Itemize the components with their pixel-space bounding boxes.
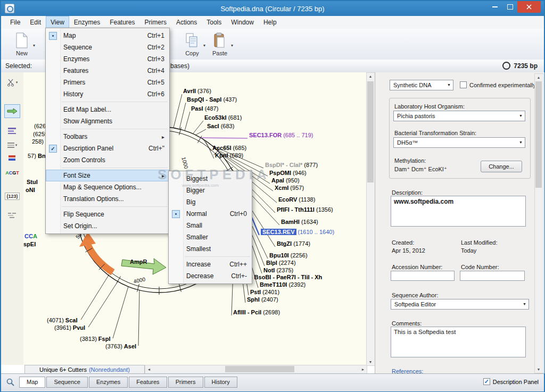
description-panel-checkbox[interactable]: ✓ Description Panel (483, 378, 539, 385)
view-menu-item-toolbars[interactable]: Toolbars▸ (46, 131, 169, 143)
primer-label[interactable]: SEC13.REV (1610 .. 1640) (261, 229, 334, 235)
enzyme-label[interactable]: AvrII (376) (183, 88, 211, 94)
search-icon[interactable] (6, 378, 15, 389)
strain-select[interactable]: DH5α™ ▼ (393, 137, 525, 148)
scroll-left-icon[interactable]: ◄ (145, 368, 153, 371)
font-size-item-increase[interactable]: IncreaseCtrl++ (169, 258, 252, 270)
view-menu-item-translation-options[interactable]: Translation Options... (46, 193, 169, 205)
row-display-tool-button[interactable]: ▾ (4, 138, 20, 152)
close-button[interactable] (517, 1, 541, 13)
enzyme-label[interactable]: CCA (24, 233, 37, 239)
view-menu-item-description-panel[interactable]: ✓Description PanelCtrl+" (46, 143, 169, 154)
cut-tool-button[interactable]: ▾ (4, 76, 20, 89)
view-menu-item-sequence[interactable]: SequenceCtrl+2 (46, 41, 169, 53)
menu-tools[interactable]: Tools (202, 16, 226, 29)
author-select[interactable]: Softpedia Editor ▼ (391, 299, 529, 310)
code-input[interactable] (460, 271, 525, 281)
view-menu-item-map[interactable]: •MapCtrl+1 (46, 30, 169, 41)
change-button[interactable]: Change... (481, 161, 522, 172)
enzyme-label[interactable]: oNI (26, 187, 35, 193)
font-size-item-biggest[interactable]: Biggest (169, 173, 252, 185)
view-menu-item-show-alignments[interactable]: Show Alignments (46, 115, 169, 127)
scroll-down-icon[interactable]: ▼ (367, 360, 374, 364)
enzyme-label[interactable]: spEI (23, 241, 36, 247)
menu-help[interactable]: Help (259, 16, 282, 29)
enzyme-label[interactable]: 57) Bn (28, 153, 46, 159)
enzyme-label[interactable]: PstI (2401) (250, 289, 279, 295)
enzyme-label[interactable]: (4071) ScaI (47, 317, 78, 323)
enzyme-label[interactable]: KpnI (689) (215, 152, 243, 159)
menu-enzymes[interactable]: Enzymes (69, 16, 105, 29)
dna-type-select[interactable]: Synthetic DNA ▼ (390, 80, 453, 90)
confirmed-checkbox[interactable]: Confirmed experimentally (460, 81, 536, 88)
enzyme-label[interactable]: BmeT110I (2392) (260, 281, 305, 288)
menu-actions[interactable]: Actions (171, 16, 202, 29)
font-size-item-small[interactable]: Small (169, 220, 252, 231)
font-size-item-big[interactable]: Big (169, 196, 252, 208)
scroll-up-icon[interactable]: ▲ (535, 76, 542, 79)
view-menu-item-primers[interactable]: PrimersCtrl+5 (46, 77, 169, 88)
tab-map[interactable]: Map (19, 377, 45, 388)
tab-features[interactable]: Features (129, 377, 167, 388)
view-menu-item-font-size[interactable]: Font Size▸ (46, 170, 169, 181)
font-size-item-bigger[interactable]: Bigger (169, 185, 252, 196)
primer-label[interactable]: SEC13.FOR (685 .. 719) (249, 132, 313, 138)
enzyme-label[interactable]: Bpu10I (2256) (269, 252, 308, 258)
panel-scroll-thumb[interactable] (535, 81, 542, 188)
font-size-item-smallest[interactable]: Smallest (169, 243, 252, 255)
font-size-item-normal[interactable]: •NormalCtrl+0 (169, 208, 252, 220)
enzyme-label[interactable]: BtgZI (1774) (277, 240, 310, 247)
view-menu-item-zoom-controls[interactable]: Zoom Controls (46, 154, 169, 166)
scroll-down-icon[interactable]: ▼ (535, 368, 542, 371)
enzyme-label[interactable]: (3813) FspI (80, 336, 110, 342)
accession-input[interactable] (391, 271, 455, 281)
description-textarea[interactable]: www.softpedia.com (391, 196, 526, 227)
primer-tool-button[interactable] (4, 104, 20, 118)
enzyme-label[interactable]: AflIII - PciI (2698) (233, 309, 280, 315)
enzyme-label[interactable]: EcoRV (1138) (278, 196, 315, 203)
pattern-tool-button[interactable] (4, 208, 20, 222)
enzyme-label[interactable]: BspQI - SapI (437) (187, 96, 237, 103)
maximize-button[interactable] (502, 1, 517, 13)
panel-scrollbar[interactable]: ▲ ▼ (534, 73, 544, 373)
feature-label-ampr[interactable]: AmpR (130, 258, 147, 265)
enzyme-label[interactable]: PflFI - Tth111I (1356) (277, 206, 333, 213)
scroll-right-icon[interactable]: ► (359, 368, 367, 371)
view-menu-item-history[interactable]: HistoryCtrl+6 (46, 88, 169, 100)
enzyme-label[interactable]: BlpI (2274) (266, 260, 296, 266)
view-menu-item-flip-sequence[interactable]: Flip Sequence (46, 208, 169, 220)
view-menu-item-features[interactable]: FeaturesCtrl+4 (46, 65, 169, 77)
view-menu-item-map-sequence-options[interactable]: Map & Sequence Options... (46, 181, 169, 193)
enzyme-label[interactable]: SacI (683) (207, 123, 234, 129)
font-size-item-decrease[interactable]: DecreaseCtrl+- (169, 270, 252, 282)
enzyme-label[interactable]: ApaI (950) (271, 177, 300, 184)
menu-view[interactable]: View (46, 16, 69, 29)
tab-history[interactable]: History (204, 377, 237, 388)
alignment-tool-button[interactable] (4, 123, 20, 137)
scroll-up-icon[interactable]: ▲ (367, 74, 374, 78)
menu-window[interactable]: Window (226, 16, 259, 29)
enzyme-label[interactable]: 258) (32, 138, 44, 145)
enzyme-label[interactable]: (3763) AseI (105, 343, 136, 349)
font-size-item-smaller[interactable]: Smaller (169, 231, 252, 243)
enzyme-label[interactable]: NotI (2375) (263, 267, 293, 273)
tab-enzymes[interactable]: Enzymes (89, 377, 128, 388)
enzyme-label[interactable]: StuI (27, 179, 38, 185)
enzyme-label[interactable]: XcmI (957) (275, 185, 304, 191)
enzyme-label[interactable]: PasI (487) (191, 105, 218, 112)
cutters-tab[interactable]: Unique 6+ Cutters (Nonredundant) (24, 365, 145, 374)
menu-file[interactable]: File (5, 16, 25, 29)
horizontal-scroll-thumb[interactable] (225, 366, 294, 372)
menu-primers[interactable]: Primers (140, 16, 171, 29)
menu-edit[interactable]: Edit (25, 16, 46, 29)
enzyme-label[interactable]: SphI (2407) (247, 296, 278, 303)
enzyme-label[interactable]: Eco53kI (681) (204, 114, 242, 121)
enzyme-label[interactable]: (626 (34, 123, 46, 129)
enzyme-label[interactable]: BamHI (1634) (281, 219, 318, 225)
view-menu-item-set-origin[interactable]: Set Origin... (46, 220, 169, 232)
host-select[interactable]: Pichia pastoris ▼ (393, 111, 525, 121)
sequence-display-tool-button[interactable]: ACGT (4, 165, 20, 179)
view-menu-item-enzymes[interactable]: EnzymesCtrl+3 (46, 53, 169, 65)
minimize-button[interactable] (488, 1, 502, 13)
comments-textarea[interactable]: This is a Softpedia test (391, 327, 526, 357)
